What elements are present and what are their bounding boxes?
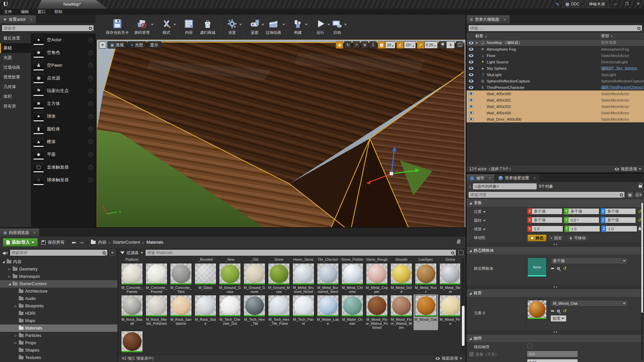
- asset-tile-M_Water_Ocean[interactable]: M_Water_Ocean: [340, 294, 365, 330]
- camera-speed-toggle[interactable]: 🎥︎: [439, 41, 446, 49]
- outliner-row-Floor[interactable]: ⌂FloorStaticMeshActor: [467, 52, 644, 59]
- asset-tile-M_Metal_Gold[interactable]: M_Metal_Gold: [389, 262, 414, 294]
- asset-tile-M_Tech_Checker_Dot[interactable]: M_Tech_Checker_Dot: [218, 294, 242, 330]
- place-item-盒体触发器[interactable]: ▢盒体触发器?: [31, 161, 96, 174]
- category-最近放置[interactable]: 最近放置: [0, 34, 31, 43]
- outliner-search-input[interactable]: [470, 26, 636, 31]
- viewport-cb-splitter[interactable]: [0, 227, 466, 228]
- static-mesh-dropdown[interactable]: 多个值: [551, 257, 628, 264]
- asset-tile-M_Tech_Hex_Tile_Pulse[interactable]: M_Tech_Hex_Tile_Pulse: [267, 294, 291, 330]
- visibility-eye-icon[interactable]: [469, 67, 474, 70]
- rotate-tool-button[interactable]: ↻: [344, 41, 352, 49]
- tree-folder-内容[interactable]: ◢内容: [0, 258, 117, 265]
- visibility-eye-icon[interactable]: [469, 118, 474, 121]
- visibility-eye-icon[interactable]: [469, 111, 474, 115]
- asset-search-input[interactable]: [147, 250, 449, 255]
- place-item-圆柱体[interactable]: ▮圆柱体?: [31, 123, 96, 135]
- asset-tile-M_Wood_Oak[interactable]: M_Wood_Oak: [414, 294, 438, 330]
- category-视觉效果[interactable]: 视觉效果: [0, 72, 31, 82]
- tree-folder-Props[interactable]: ▷Props: [0, 339, 117, 347]
- section-transform[interactable]: ◢变换: [467, 199, 644, 207]
- reset-icon[interactable]: ↺: [562, 266, 567, 271]
- details-search-input[interactable]: [470, 192, 618, 197]
- details-search[interactable]: [468, 191, 625, 198]
- edit-blueprint-link[interactable]: 编辑BP_Sky_Sphere: [601, 66, 637, 70]
- close-icon[interactable]: ✕: [30, 18, 33, 21]
- category-基础[interactable]: 基础: [0, 43, 31, 53]
- expand-arrow-icon[interactable]: ◢: [8, 282, 11, 286]
- sources-toggle-icon[interactable]: ◀≡: [2, 250, 8, 255]
- expand-arrow-icon[interactable]: ◢: [2, 260, 5, 263]
- asset-tile-M_Metal_Burnished_Steel[interactable]: M_Metal_Burnished_Steel: [316, 262, 340, 294]
- details-scrollbar[interactable]: [641, 202, 643, 360]
- scale-tool-button[interactable]: ↗: [353, 41, 360, 49]
- place-item-球体触发器[interactable]: ○球体触发器?: [31, 174, 96, 186]
- asset-tile-M_Metal_Steel[interactable]: M_Metal_Steel: [438, 262, 460, 294]
- category-所有类[interactable]: 所有类: [0, 102, 31, 111]
- mass-override-checkbox[interactable]: [469, 352, 474, 356]
- grid-snap-value[interactable]: 10: [385, 41, 395, 49]
- asset-tile-M_Metal_Copper[interactable]: M_Metal_Copper: [365, 262, 389, 294]
- ddc-button[interactable]: ▦ DDC: [562, 1, 583, 7]
- browse-icon[interactable]: [557, 267, 560, 270]
- tree-folder-Audio[interactable]: Audio: [0, 295, 117, 302]
- level-tab[interactable]: NewMap*: [37, 0, 107, 9]
- surface-snap-button[interactable]: ⇩: [369, 41, 377, 49]
- place-search[interactable]: [2, 25, 94, 32]
- asset-tile-M_Rock_Slate[interactable]: M_Rock_Slate: [193, 294, 218, 330]
- asset-tile-M_Metal_Rust[interactable]: M_Metal_Rust: [414, 262, 438, 294]
- tab-content-browser[interactable]: ▦ 内容浏览器 ✕: [0, 229, 39, 237]
- column-label[interactable]: 标签▲: [467, 33, 601, 39]
- asset-tile-M_Rock_Marble_Polished[interactable]: M_Rock_Marble_Polished: [144, 294, 169, 330]
- viewport[interactable]: Y ▣ 透视 ● 光照 显示 ↻ ↗ ⊕ ⇩ ▦ 10: [97, 40, 466, 228]
- tab-details[interactable]: i 细节 ✕: [467, 174, 494, 182]
- grid-snap-toggle[interactable]: ▦: [378, 41, 385, 49]
- tree-folder-Mannequin[interactable]: ▷Mannequin: [0, 273, 117, 280]
- axis-value-z[interactable]: 多个值: [605, 217, 636, 223]
- expand-arrow-icon[interactable]: ▷: [14, 334, 17, 337]
- asset-tile-M_Concrete_Poured[interactable]: M_Concrete_Poured: [144, 262, 169, 294]
- simulate-physics-checkbox[interactable]: [527, 344, 532, 349]
- asset-tile-M_Concrete_Tiles[interactable]: M_Concrete_Tiles: [169, 262, 193, 294]
- close-icon[interactable]: ✕: [533, 176, 536, 180]
- display-filter-button[interactable]: [635, 191, 642, 198]
- dropdown-caret-icon[interactable]: [282, 24, 285, 25]
- place-item-椎体[interactable]: ▲椎体?: [31, 135, 96, 148]
- asset-tile-M_Tech_Panel[interactable]: M_Tech_Panel: [291, 294, 316, 330]
- dropdown-caret-icon[interactable]: [151, 24, 154, 25]
- forward-button[interactable]: ➡: [79, 239, 84, 246]
- axis-value-y[interactable]: 1.0: [569, 226, 600, 232]
- asset-tile-M_Glass[interactable]: M_Glass: [193, 262, 218, 294]
- place-item-平面[interactable]: ◆平面?: [31, 148, 96, 161]
- static-mesh-thumbnail[interactable]: None: [527, 257, 547, 277]
- section-expander[interactable]: ▼▼: [467, 285, 644, 289]
- toolbar-button-blueprint[interactable]: 蓝图: [247, 18, 262, 36]
- outliner-row-Wall_400x302[interactable]: ⌂Wall_400x302StaticMeshActor: [467, 103, 644, 110]
- dropdown-caret-icon[interactable]: [173, 24, 176, 25]
- menu-item-编辑[interactable]: 编辑: [21, 9, 29, 15]
- asset-tile-M_Wood_Floor_Walnut_Worn[interactable]: M_Wood_Floor_Walnut_Worn: [389, 294, 414, 330]
- toolbar-button-cinematic[interactable]: 过场动画: [264, 18, 283, 36]
- cb-view-options[interactable]: 视图选项: [435, 356, 462, 361]
- toolbar-button-build[interactable]: 构建: [290, 18, 306, 36]
- asset-tile-M_Concrete_Panels[interactable]: M_Concrete_Panels: [120, 262, 144, 294]
- viewport-options-dropdown[interactable]: [99, 41, 106, 49]
- label-caret-icon[interactable]: [483, 229, 486, 230]
- asset-tile-M_Ground_Gravel[interactable]: M_Ground_Gravel: [242, 262, 267, 294]
- tree-folder-StarterContent[interactable]: ◢StarterContent: [0, 280, 117, 288]
- use-selected-icon[interactable]: ⬅: [551, 308, 554, 313]
- lock-icon[interactable]: [639, 185, 642, 188]
- close-icon[interactable]: ✕: [503, 18, 506, 21]
- outliner-row-Wall_400x400[interactable]: ⌂Wall_400x400StaticMeshActor: [467, 110, 644, 116]
- outliner-view-options[interactable]: 视图选项: [614, 166, 641, 172]
- back-button[interactable]: ⬅: [71, 239, 76, 246]
- asset-tile-M_Metal_Brushed_Nickel[interactable]: M_Metal_Brushed_Nickel: [291, 262, 316, 294]
- right-splitter[interactable]: [466, 15, 467, 362]
- asset-tile-M_Rock_Sandstone[interactable]: M_Rock_Sandstone: [169, 294, 193, 330]
- breadcrumb-内容[interactable]: 内容: [98, 240, 106, 245]
- world-local-toggle[interactable]: ⊕: [361, 41, 368, 49]
- property-matrix-button[interactable]: ▦: [626, 191, 634, 198]
- category-过场动画[interactable]: 过场动画: [0, 63, 31, 72]
- tree-folder-Architecture[interactable]: Architecture: [0, 288, 117, 295]
- visibility-eye-icon[interactable]: [469, 79, 474, 83]
